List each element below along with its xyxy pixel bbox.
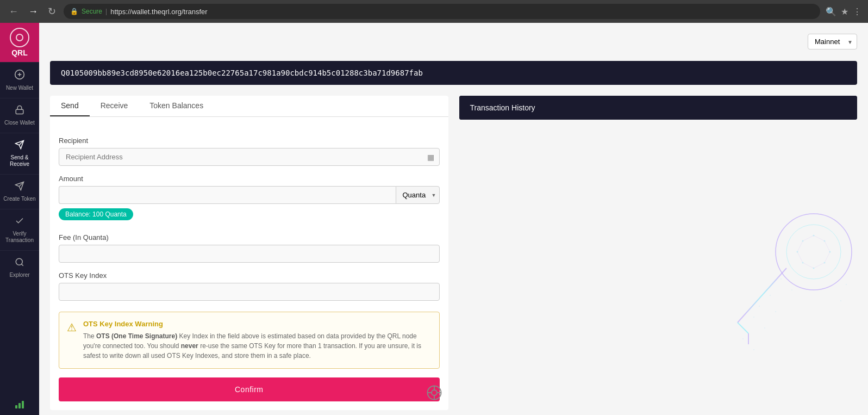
history-title: Transaction History: [459, 96, 858, 120]
svg-rect-3: [16, 109, 23, 114]
sidebar-item-explorer[interactable]: Explorer: [0, 250, 39, 285]
ots-warning-box: ⚠ OTS Key Index Warning The OTS (One Tim…: [59, 312, 440, 369]
sidebar-item-new-wallet[interactable]: New Wallet: [0, 62, 39, 98]
recipient-group: Recipient ▦: [59, 137, 440, 175]
tab-send[interactable]: Send: [50, 96, 90, 116]
bar-2: [18, 403, 21, 408]
network-dropdown[interactable]: Mainnet Testnet: [808, 34, 857, 49]
separator: |: [105, 8, 107, 15]
ots-label: OTS Key Index: [59, 271, 440, 280]
star-icon[interactable]: ★: [841, 7, 848, 17]
amount-label: Amount: [59, 175, 440, 183]
sidebar-item-verify-label: Verify Transaction: [2, 231, 37, 244]
logo[interactable]: QRL: [0, 23, 39, 62]
fee-label: Fee (In Quanta): [59, 233, 440, 241]
sidebar-item-close-wallet-label: Close Wallet: [4, 120, 35, 126]
history-header: Transaction History: [459, 96, 858, 120]
recipient-input[interactable]: [59, 148, 440, 166]
sidebar-item-create-token[interactable]: Create Token: [0, 174, 39, 209]
create-token-icon: [15, 181, 24, 194]
svg-point-8: [16, 258, 22, 265]
svg-point-44: [432, 390, 437, 395]
ots-input[interactable]: 0: [59, 283, 440, 301]
warning-icon: ⚠: [67, 321, 77, 361]
balance-badge: Balance: 100 Quanta: [59, 208, 133, 220]
recipient-input-wrapper: ▦: [59, 148, 440, 166]
warning-title: OTS Key Index Warning: [83, 320, 432, 328]
footer-logo: [426, 385, 442, 404]
send-receive-icon: [15, 140, 24, 152]
sidebar-item-close-wallet[interactable]: Close Wallet: [0, 98, 39, 133]
sidebar: QRL New Wallet Close Wallet: [0, 23, 39, 415]
reload-button[interactable]: ↻: [46, 3, 58, 20]
ots-group: OTS Key Index 0: [59, 271, 440, 309]
sidebar-item-explorer-label: Explorer: [9, 272, 29, 278]
sidebar-item-verify-transaction[interactable]: Verify Transaction: [0, 209, 39, 250]
network-wrapper[interactable]: Mainnet Testnet: [808, 34, 857, 49]
signal-indicator: [15, 394, 24, 415]
secure-label: Secure: [82, 8, 102, 15]
signal-bars: [15, 401, 24, 408]
url-text: https://wallet.theqrl.org/transfer: [110, 8, 207, 16]
sidebar-item-new-wallet-label: New Wallet: [6, 85, 33, 91]
bar-3: [22, 401, 24, 408]
wallet-address-bar: Q0105009bb89e3cd8950e62016ea125b0ec22765…: [50, 61, 857, 85]
verify-icon: [15, 216, 24, 228]
sidebar-item-send-receive[interactable]: Send & Receive: [0, 133, 39, 174]
confirm-button[interactable]: Confirm: [59, 377, 440, 401]
logo-inner: [16, 34, 23, 41]
amount-row: Quanta Shor: [59, 186, 440, 204]
tab-receive[interactable]: Receive: [90, 96, 139, 116]
tab-token-balances[interactable]: Token Balances: [139, 96, 214, 116]
search-icon[interactable]: 🔍: [826, 7, 836, 17]
app-container: QRL New Wallet Close Wallet: [0, 23, 868, 415]
forward-button[interactable]: →: [26, 4, 40, 20]
network-selector[interactable]: Mainnet Testnet: [808, 34, 857, 49]
transaction-history-panel: Transaction History: [459, 96, 858, 410]
content-grid: Send Receive Token Balances Recipient ▦: [50, 96, 857, 410]
new-wallet-icon: [14, 69, 25, 83]
amount-group: Amount Quanta Shor Balance: 100 Quanta: [59, 175, 440, 233]
menu-icon[interactable]: ⋮: [853, 7, 861, 17]
warning-text: The OTS (One Time Signature) Key Index i…: [83, 331, 432, 361]
lock-icon: 🔒: [70, 8, 78, 15]
browser-chrome: ← → ↻ 🔒 Secure | https://wallet.theqrl.o…: [0, 0, 868, 23]
logo-text: QRL: [11, 48, 28, 57]
main-content: Mainnet Testnet Q0105009bb89e3cd8950e620…: [39, 23, 868, 415]
amount-unit-wrapper[interactable]: Quanta Shor: [396, 186, 440, 204]
fee-group: Fee (In Quanta) 1: [59, 233, 440, 271]
qr-code-icon: ▦: [427, 153, 434, 162]
address-bar: 🔒 Secure | https://wallet.theqrl.org/tra…: [64, 4, 820, 19]
sidebar-item-create-token-label: Create Token: [3, 196, 35, 202]
bar-1: [15, 405, 17, 408]
warning-content: OTS Key Index Warning The OTS (One Time …: [83, 320, 432, 361]
send-form-panel: Send Receive Token Balances Recipient ▦: [50, 96, 448, 410]
recipient-label: Recipient: [59, 137, 440, 145]
svg-line-9: [21, 264, 23, 265]
browser-action-buttons: 🔍 ★ ⋮: [826, 7, 861, 17]
amount-input[interactable]: [59, 186, 396, 204]
explorer-icon: [15, 257, 24, 270]
fee-input[interactable]: 1: [59, 245, 440, 263]
tab-bar: Send Receive Token Balances: [50, 96, 448, 117]
wallet-address-text: Q0105009bb89e3cd8950e62016ea125b0ec22765…: [61, 69, 423, 77]
back-button[interactable]: ←: [7, 4, 21, 20]
logo-circle: [10, 28, 29, 47]
form-section: Recipient ▦ Amount Qu: [50, 128, 448, 410]
close-wallet-icon: [15, 105, 24, 117]
amount-unit-select[interactable]: Quanta Shor: [396, 186, 440, 204]
sidebar-item-send-receive-label: Send & Receive: [2, 154, 37, 168]
